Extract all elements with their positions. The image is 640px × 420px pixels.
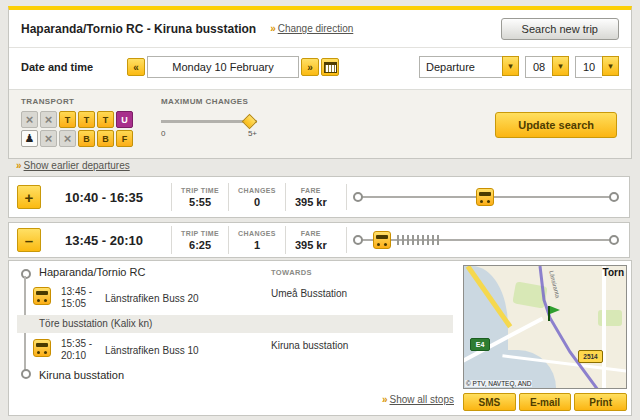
show-earlier-departures-link[interactable]: »Show earlier departures	[16, 160, 130, 171]
trip-time-range: 10:40 - 16:35	[65, 190, 171, 205]
trip-details-panel: Haparanda/Tornio RC TOWARDS 13:45 - 15:0…	[8, 260, 632, 416]
change-direction-link[interactable]: »Change direction	[270, 23, 353, 34]
max-changes-label: MAXIMUM CHANGES	[161, 97, 281, 106]
next-day-button[interactable]: »	[301, 58, 319, 76]
double-arrow-icon: »	[382, 394, 388, 405]
leg-departure-time: 13:45 -	[61, 286, 92, 297]
transport-walk-icon[interactable]: ♟	[21, 130, 38, 147]
bus-icon	[33, 339, 51, 357]
towards-column-header: TOWARDS	[271, 268, 312, 277]
bus-icon	[33, 287, 51, 305]
fare-label: FARE	[295, 230, 327, 237]
origin-stop: Haparanda/Tornio RC	[39, 266, 145, 278]
transport-local-train-icon[interactable]: T	[97, 111, 114, 128]
slider-handle[interactable]	[242, 114, 258, 130]
flag-marker-icon	[550, 306, 560, 314]
calendar-icon	[324, 62, 337, 73]
search-new-trip-button[interactable]: Search new trip	[501, 18, 619, 40]
fare-label: FARE	[295, 187, 327, 194]
expand-trip-button[interactable]: +	[17, 185, 41, 209]
minute-select[interactable]: 10	[575, 56, 619, 78]
departure-select-chevron-icon[interactable]	[502, 56, 519, 76]
trip-result-row: – 13:45 - 20:10 TRIP TIME 6:25 CHANGES 1…	[8, 222, 630, 258]
date-time-label: Date and time	[21, 61, 127, 73]
sms-button[interactable]: SMS	[463, 393, 516, 411]
map[interactable]: E4 2514 Torn Länsiranta © PTV, NAVTEQ, A…	[463, 265, 627, 389]
minute-select-value: 10	[575, 56, 602, 78]
previous-day-button[interactable]: «	[127, 58, 145, 76]
changes-stat: CHANGES 1	[228, 226, 285, 254]
change-direction-label: Change direction	[278, 23, 354, 34]
collapse-trip-button[interactable]: –	[17, 228, 41, 252]
operator-link[interactable]: Länstrafiken	[105, 293, 159, 304]
transport-air-icon[interactable]: ×	[21, 111, 38, 128]
slider-max-label: 5+	[248, 129, 257, 138]
calendar-button[interactable]	[321, 58, 339, 76]
date-control: « Monday 10 February »	[127, 56, 339, 78]
leg-line: LänstrafikenBuss 20	[105, 288, 199, 306]
transport-boat-icon[interactable]: ×	[59, 130, 76, 147]
trip-time-label: TRIP TIME	[181, 230, 219, 237]
trip-time-label: TRIP TIME	[181, 187, 219, 194]
hour-select-chevron-icon[interactable]	[552, 56, 569, 76]
max-changes-filter: MAXIMUM CHANGES 0 5+	[161, 97, 281, 138]
show-all-stops-link[interactable]: »Show all stops	[299, 394, 454, 405]
page-title: Haparanda/Tornio RC - Kiruna busstation	[21, 22, 256, 36]
leg-arrival-time: 15:05	[61, 298, 86, 309]
leg-arrival-time: 20:10	[61, 350, 86, 361]
transport-bus-icon[interactable]: B	[78, 130, 95, 147]
transport-regional-train-icon[interactable]: T	[78, 111, 95, 128]
transport-intercity-train-icon[interactable]: T	[59, 111, 76, 128]
trip-planner-page: Haparanda/Tornio RC - Kiruna busstation …	[0, 0, 640, 420]
transport-metro-icon[interactable]: U	[116, 111, 133, 128]
changes-stat: CHANGES 0	[228, 183, 285, 211]
bus-icon	[476, 188, 494, 206]
road-shield-secondary: 2514	[578, 350, 603, 363]
timeline-end-dot	[609, 192, 619, 202]
operator-link[interactable]: Länstrafiken	[105, 345, 159, 356]
leg-towards: Umeå Busstation	[271, 288, 347, 299]
timeline-transfer-dashes	[397, 235, 441, 245]
trip-time-range: 13:45 - 20:10	[65, 233, 171, 248]
transport-ferry-icon[interactable]: F	[116, 130, 133, 147]
trip-result-row: + 10:40 - 16:35 TRIP TIME 5:55 CHANGES 0…	[8, 176, 630, 218]
search-header: Haparanda/Tornio RC - Kiruna busstation …	[9, 10, 631, 48]
trip-timeline	[346, 184, 621, 210]
email-button[interactable]: E-mail	[519, 393, 572, 411]
timeline-end-dot	[609, 235, 619, 245]
update-search-button[interactable]: Update search	[495, 112, 617, 138]
slider-min-label: 0	[161, 129, 165, 138]
changes-label: CHANGES	[238, 230, 276, 237]
trip-timeline	[346, 227, 621, 253]
trip-time-stat: TRIP TIME 6:25	[171, 226, 228, 254]
trip-time-value: 6:25	[181, 239, 219, 251]
trip-time-stat: TRIP TIME 5:55	[171, 183, 228, 211]
double-arrow-icon: »	[270, 23, 276, 34]
map-city-label: Torn	[603, 267, 624, 278]
print-button[interactable]: Print	[574, 393, 627, 411]
double-arrow-icon: »	[16, 160, 22, 171]
leg-departure-time: 15:35 -	[61, 338, 92, 349]
transfer-stop: Töre busstation (Kalix kn)	[39, 318, 152, 329]
minute-select-chevron-icon[interactable]	[602, 56, 619, 76]
fare-stat: FARE 395 kr	[285, 226, 336, 254]
date-field[interactable]: Monday 10 February	[147, 56, 299, 78]
max-changes-slider[interactable]	[161, 116, 257, 126]
departure-arrival-select[interactable]: Departure	[419, 56, 519, 78]
bus-icon	[373, 231, 391, 249]
map-attribution: © PTV, NAVTEQ, AND	[465, 380, 532, 387]
hour-select[interactable]: 08	[525, 56, 569, 78]
show-earlier-departures-label: Show earlier departures	[24, 160, 130, 171]
trip-time-value: 5:55	[181, 196, 219, 208]
transport-high-speed-train-icon[interactable]: ×	[40, 111, 57, 128]
line-name: Buss 20	[162, 293, 198, 304]
hour-select-value: 08	[525, 56, 552, 78]
changes-label: CHANGES	[238, 187, 276, 194]
route-start-dot	[21, 269, 31, 279]
transport-tram-icon[interactable]: ×	[40, 130, 57, 147]
changes-value: 1	[238, 239, 276, 251]
transport-express-bus-icon[interactable]: B	[97, 130, 114, 147]
route-end-dot	[21, 369, 31, 379]
filters-section: TRANSPORT × × T T T U ♟ × × B B F MAXIMU	[9, 89, 631, 158]
changes-value: 0	[238, 196, 276, 208]
